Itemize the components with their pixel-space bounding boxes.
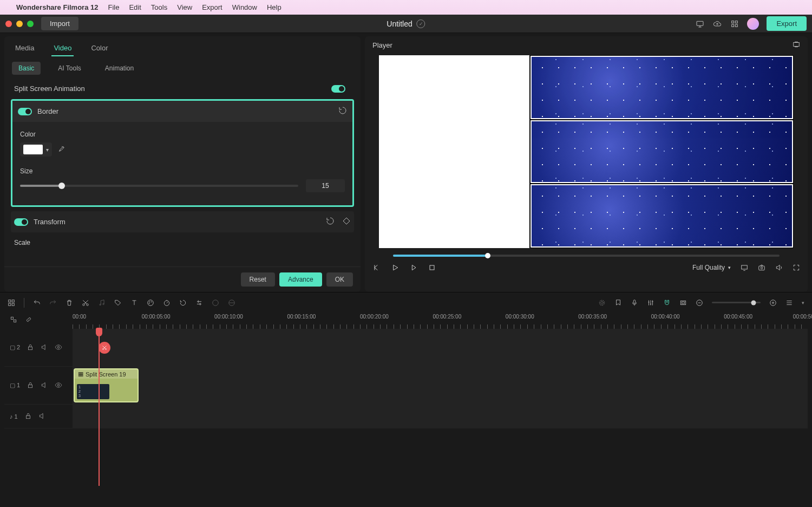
inspector-panel: Media Video Color Basic AI Tools Animati… [4,36,361,292]
zoom-out-icon[interactable] [696,299,703,307]
preview-cell-2 [531,120,793,184]
lock-icon[interactable] [27,381,34,390]
tab-color[interactable]: Color [89,41,110,56]
display-icon[interactable] [741,264,748,271]
color-label: Color [20,131,345,138]
adjust-icon[interactable] [195,299,203,307]
fit-icon[interactable] [793,41,800,50]
timeline-clip[interactable]: ▦Split Screen 19 123 [74,368,139,402]
volume-icon[interactable] [775,264,783,271]
transform-toggle[interactable] [14,218,28,226]
quality-dropdown[interactable]: Full Quality▾ [692,264,731,271]
scale-label: Scale [11,237,354,249]
border-reset-icon[interactable] [338,106,347,116]
player-progress[interactable] [393,255,780,257]
crop-icon[interactable] [679,299,687,307]
time-ruler[interactable]: 00:00 00:00:05:00 00:00:10:00 00:00:15:0… [73,313,808,329]
prev-frame-icon[interactable] [372,263,381,272]
eyedropper-icon[interactable] [57,145,65,154]
auto-icon[interactable] [598,299,606,307]
play-icon[interactable] [391,263,400,272]
rotate-icon[interactable] [179,299,187,307]
svg-rect-40 [26,415,30,418]
reset-button[interactable]: Reset [241,272,275,287]
next-frame-icon[interactable] [409,263,418,272]
preview-cell-1 [531,56,793,119]
subtab-basic[interactable]: Basic [12,62,41,75]
cut-marker-icon[interactable] [99,342,110,354]
video-track-2: ▢ 2 [4,329,808,367]
tracks-menu-chevron-icon[interactable]: ▾ [802,300,804,306]
macos-menubar[interactable]: Wondershare Filmora 12 File Edit Tools V… [0,0,812,15]
import-button[interactable]: Import [41,17,78,30]
layout-grid-icon[interactable] [8,299,15,307]
app-name[interactable]: Wondershare Filmora 12 [16,3,98,11]
disabled-tool-icon [212,299,219,307]
tracks-view-icon[interactable] [785,299,793,307]
menu-export[interactable]: Export [202,3,222,11]
split-screen-toggle[interactable] [331,85,345,93]
border-toggle[interactable] [18,108,32,115]
fullscreen-icon[interactable] [793,264,800,271]
menu-file[interactable]: File [108,3,119,11]
nest-icon[interactable] [10,316,17,326]
speed-icon[interactable] [163,299,171,307]
export-button[interactable]: Export [767,16,807,31]
delete-icon[interactable] [66,299,73,307]
grid-icon[interactable] [730,19,739,29]
menu-help[interactable]: Help [267,3,281,11]
svg-point-17 [103,303,104,304]
mute-icon[interactable] [38,412,46,421]
text-icon[interactable] [130,299,138,307]
cut-icon[interactable] [82,299,89,307]
timeline-toolbar: ▾ [0,292,812,313]
lock-icon[interactable] [24,412,32,421]
ok-button[interactable]: OK [326,272,353,287]
palette-icon[interactable] [147,299,154,307]
menu-window[interactable]: Window [232,3,257,11]
subtab-aitools[interactable]: AI Tools [51,62,87,75]
mute-icon[interactable] [41,343,48,352]
svg-rect-5 [794,43,800,47]
svg-rect-2 [736,21,738,23]
subtab-animation[interactable]: Animation [99,62,140,75]
player-canvas[interactable] [379,55,794,248]
link-icon[interactable] [25,316,32,326]
tag-icon[interactable] [114,299,122,307]
cloud-upload-icon[interactable] [712,19,722,29]
marker-icon[interactable] [614,299,622,307]
menu-view[interactable]: View [177,3,192,11]
lock-icon[interactable] [27,343,34,352]
eye-icon[interactable] [55,343,62,352]
snapshot-icon[interactable] [758,264,765,271]
undo-icon[interactable] [33,299,41,307]
transform-reset-icon[interactable] [326,217,335,227]
color-dropdown[interactable]: ▾ [20,142,52,157]
maximize-icon[interactable] [27,21,34,27]
menu-tools[interactable]: Tools [151,3,167,11]
size-input[interactable] [306,179,345,192]
mixer-icon[interactable] [647,299,654,307]
menu-edit[interactable]: Edit [129,3,141,11]
minimize-icon[interactable] [16,21,23,27]
playhead[interactable] [99,329,100,486]
redo-icon[interactable] [49,299,57,307]
stop-icon[interactable] [428,263,436,272]
mic-icon[interactable] [631,299,638,307]
advance-button[interactable]: Advance [279,272,322,287]
magnet-icon[interactable] [663,299,671,307]
close-icon[interactable] [5,21,12,27]
eye-icon[interactable] [55,381,62,390]
tab-video[interactable]: Video [51,41,74,56]
music-icon[interactable] [98,299,106,307]
player-panel: Player { } 00:00:01:23 [365,36,808,292]
size-slider[interactable] [20,185,298,187]
zoom-slider[interactable] [712,302,761,303]
keyframe-icon[interactable] [342,217,351,227]
svg-rect-0 [697,21,703,25]
desktop-icon[interactable] [695,19,705,29]
avatar[interactable] [747,18,759,30]
zoom-in-icon[interactable] [769,299,777,307]
mute-icon[interactable] [41,381,48,390]
tab-media[interactable]: Media [13,41,36,56]
